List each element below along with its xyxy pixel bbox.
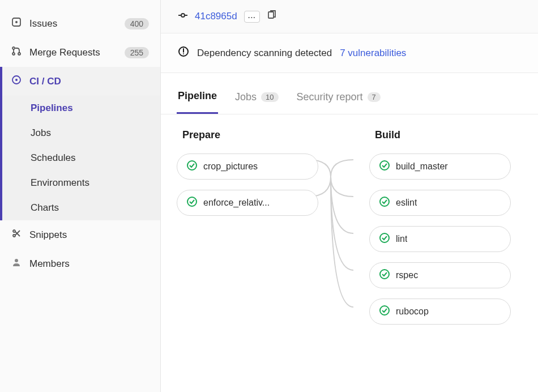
job-enforce-relative[interactable]: enforce_relativ... xyxy=(177,190,318,216)
svg-point-15 xyxy=(187,197,197,206)
issues-count-badge: 400 xyxy=(125,18,149,29)
stage-build: Build build_master eslint lint xyxy=(369,129,511,335)
job-rspec[interactable]: rspec xyxy=(369,262,511,288)
sidebar-item-snippets[interactable]: Snippets xyxy=(0,220,160,249)
job-build-master[interactable]: build_master xyxy=(369,154,511,180)
main-content: 41c8965d ... Dependency scanning detecte… xyxy=(161,0,538,392)
job-rubocop[interactable]: rubocop xyxy=(369,299,511,325)
svg-point-4 xyxy=(18,53,20,55)
scissors-icon xyxy=(11,228,22,241)
commit-icon xyxy=(178,10,188,23)
status-passed-icon xyxy=(379,269,390,282)
svg-point-8 xyxy=(13,230,15,232)
cicd-label: CI / CD xyxy=(29,76,61,87)
status-passed-icon xyxy=(379,160,390,173)
submenu-charts[interactable]: Charts xyxy=(2,195,160,220)
stage-prepare: Prepare crop_pictures enforce_relativ... xyxy=(177,129,318,335)
submenu-environments[interactable]: Environments xyxy=(2,171,160,195)
security-banner: Dependency scanning detected 7 vulnerabi… xyxy=(161,33,538,73)
status-passed-icon xyxy=(379,196,390,210)
status-passed-icon xyxy=(379,232,390,246)
status-passed-icon xyxy=(186,160,198,173)
job-eslint[interactable]: eslint xyxy=(369,190,511,216)
job-label: rubocop xyxy=(396,306,429,317)
expand-commit-button[interactable]: ... xyxy=(244,11,260,23)
person-icon xyxy=(11,257,22,270)
job-label: rspec xyxy=(396,270,418,280)
vulnerabilities-link[interactable]: 7 vulnerabilities xyxy=(340,48,406,59)
snippets-label: Snippets xyxy=(29,229,67,241)
stage-prepare-title: Prepare xyxy=(177,129,318,141)
pipeline-graph: Prepare crop_pictures enforce_relativ...… xyxy=(161,114,538,350)
svg-point-3 xyxy=(12,53,15,55)
svg-point-18 xyxy=(380,233,389,242)
svg-point-17 xyxy=(380,197,389,206)
job-label: enforce_relativ... xyxy=(203,198,270,208)
sidebar-item-members[interactable]: Members xyxy=(0,249,160,278)
svg-point-7 xyxy=(13,235,15,237)
svg-point-6 xyxy=(15,79,18,81)
job-lint[interactable]: lint xyxy=(369,226,511,252)
tab-security-label: Security report xyxy=(297,91,363,103)
svg-point-10 xyxy=(181,14,185,17)
svg-point-9 xyxy=(15,259,18,262)
tab-bar: Pipeline Jobs 10 Security report 7 xyxy=(161,81,538,114)
rocket-icon xyxy=(11,75,22,88)
tab-jobs-count: 10 xyxy=(261,92,278,102)
warning-icon xyxy=(178,46,189,60)
sidebar: Issues 400 Merge Requests 255 CI / CD Pi… xyxy=(0,0,161,392)
tab-pipeline-label: Pipeline xyxy=(178,90,217,102)
tab-security-report[interactable]: Security report 7 xyxy=(296,81,382,114)
merge-icon xyxy=(11,46,22,59)
job-crop-pictures[interactable]: crop_pictures xyxy=(177,154,318,180)
commit-bar: 41c8965d ... xyxy=(161,0,538,33)
svg-point-19 xyxy=(380,270,389,279)
submenu-schedules[interactable]: Schedules xyxy=(2,146,160,171)
tab-pipeline[interactable]: Pipeline xyxy=(177,81,218,114)
banner-text: Dependency scanning detected xyxy=(197,48,332,59)
sidebar-item-issues[interactable]: Issues 400 xyxy=(0,9,160,38)
svg-rect-11 xyxy=(268,12,274,18)
job-label: eslint xyxy=(396,198,417,208)
sidebar-item-cicd[interactable]: CI / CD xyxy=(0,67,160,96)
merge-requests-count-badge: 255 xyxy=(125,47,149,58)
issues-label: Issues xyxy=(29,18,57,29)
svg-point-1 xyxy=(15,21,18,23)
members-label: Members xyxy=(29,258,70,270)
svg-point-14 xyxy=(187,161,197,170)
job-label: lint xyxy=(396,234,407,244)
tab-jobs[interactable]: Jobs 10 xyxy=(234,81,280,114)
svg-point-20 xyxy=(380,306,389,315)
tab-security-count: 7 xyxy=(368,92,381,102)
merge-requests-label: Merge Requests xyxy=(29,47,100,58)
status-passed-icon xyxy=(379,305,390,318)
issues-icon xyxy=(11,17,22,30)
job-label: build_master xyxy=(396,161,448,172)
svg-point-2 xyxy=(12,47,15,49)
commit-hash-link[interactable]: 41c8965d xyxy=(195,11,237,22)
svg-point-13 xyxy=(183,53,184,54)
sidebar-item-merge-requests[interactable]: Merge Requests 255 xyxy=(0,38,160,67)
submenu-jobs[interactable]: Jobs xyxy=(2,121,160,146)
job-label: crop_pictures xyxy=(203,161,258,172)
stage-build-title: Build xyxy=(369,129,511,141)
status-passed-icon xyxy=(186,196,198,210)
copy-icon[interactable] xyxy=(267,10,277,23)
tab-jobs-label: Jobs xyxy=(235,91,257,103)
cicd-submenu: Pipelines Jobs Schedules Environments Ch… xyxy=(0,96,160,220)
submenu-pipelines[interactable]: Pipelines xyxy=(2,96,160,121)
svg-point-16 xyxy=(380,161,389,170)
